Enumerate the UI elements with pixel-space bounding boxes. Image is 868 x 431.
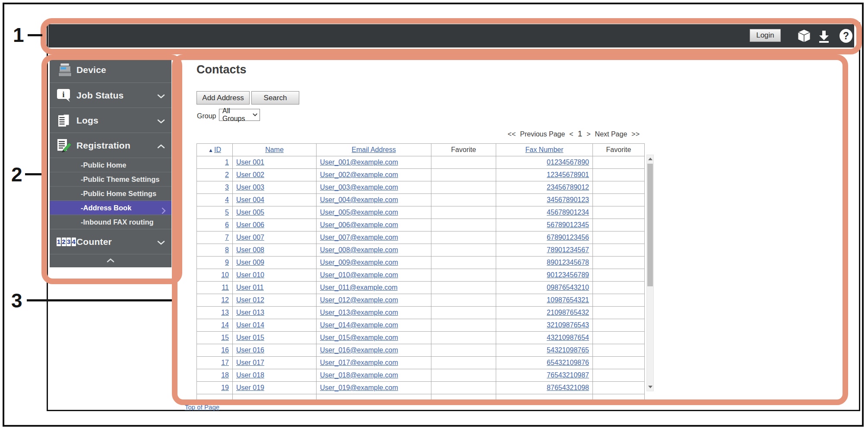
figure-canvas: Login ? Devi xyxy=(0,0,868,431)
figure-border xyxy=(3,3,864,427)
